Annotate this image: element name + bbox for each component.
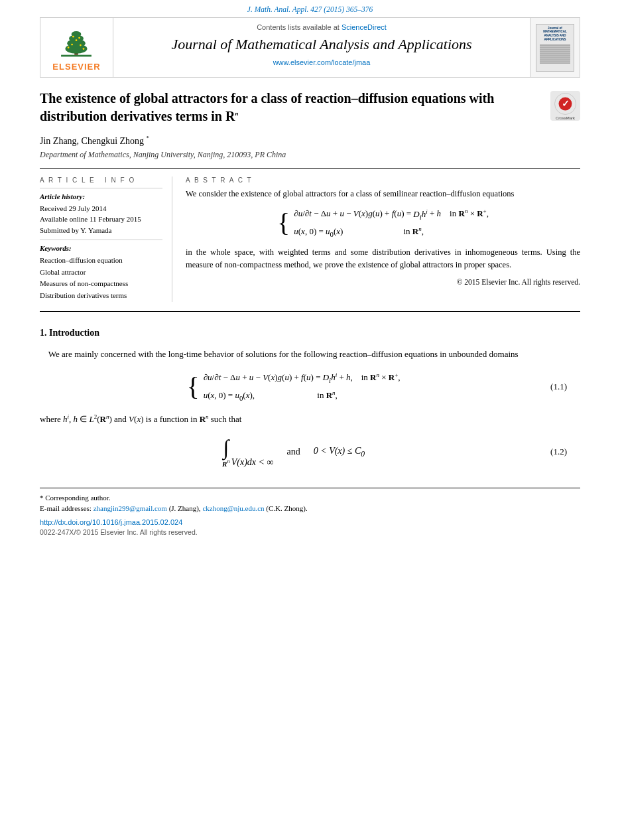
doi-link[interactable]: http://dx.doi.org/10.1016/j.jmaa.2015.02…: [40, 518, 580, 526]
paper-title: The existence of global attractors for a…: [40, 90, 580, 125]
journal-header: ELSEVIER Contents lists available at Sci…: [40, 17, 580, 78]
where-paragraph: where hi, h ∈ L2(Rn) and V(x) is a funct…: [40, 413, 580, 426]
received-date: Received 29 July 2014: [40, 203, 162, 214]
article-info-header: A R T I C L E I N F O: [40, 176, 162, 184]
crossmark-icon: ✓: [554, 92, 577, 115]
eq-number-1-2: (1.2): [534, 447, 567, 457]
section-divider: [40, 311, 580, 312]
sciencedirect-link[interactable]: ScienceDirect: [341, 23, 387, 31]
authors: Jin Zhang, Chengkui Zhong *: [40, 135, 580, 147]
elsevier-logo: ELSEVIER: [52, 23, 100, 72]
keyword-4: Distribution derivatives terms: [40, 290, 162, 302]
keyword-2: Global attractor: [40, 267, 162, 279]
info-abstract-section: A R T I C L E I N F O Article history: R…: [40, 176, 580, 302]
svg-point-12: [79, 37, 81, 39]
issn-line: 0022-247X/© 2015 Elsevier Inc. All right…: [40, 528, 580, 536]
equation-1-1: { ∂u/∂t − Δu + u − V(x)g(u) + f(u) = Dih…: [40, 372, 580, 402]
main-content: ✓ CrossMark The existence of global attr…: [40, 90, 580, 536]
available-date: Available online 11 February 2015: [40, 214, 162, 225]
and-connector: and: [286, 447, 300, 457]
abstract-column: A B S T R A C T We consider the existenc…: [186, 176, 580, 302]
journal-title: Journal of Mathematical Analysis and App…: [171, 36, 471, 53]
footnote-area: * Corresponding author. E-mail addresses…: [40, 488, 580, 536]
journal-thumbnail-area: Journal ofMATHEMATICALANALYSIS ANDAPPLIC…: [530, 18, 580, 77]
journal-thumbnail: Journal ofMATHEMATICALANALYSIS ANDAPPLIC…: [536, 24, 574, 72]
email-footnote: E-mail addresses: zhangjin299@gmail.com …: [40, 503, 580, 514]
intro-paragraph-1: We are mainly concerned with the long-ti…: [40, 348, 580, 361]
abstract-eq-line1: ∂u/∂t − Δu + u − V(x)g(u) + f(u) = Dihi …: [294, 208, 489, 220]
crossmark-badge[interactable]: ✓ CrossMark: [550, 91, 580, 121]
article-info-column: A R T I C L E I N F O Article history: R…: [40, 176, 172, 302]
elsevier-tree-icon: [53, 23, 99, 60]
journal-url[interactable]: www.elsevier.com/locate/jmaa: [273, 58, 371, 66]
svg-text:✓: ✓: [562, 98, 570, 109]
journal-header-center: Contents lists available at ScienceDirec…: [113, 18, 530, 77]
svg-point-9: [83, 48, 85, 50]
keywords-section: Keywords: Reaction–diffusion equation Gl…: [40, 244, 162, 301]
email-zhang[interactable]: zhangjin299@gmail.com: [93, 504, 167, 512]
abstract-eq-line2: u(x, 0) = u0(x) in Rn,: [294, 226, 489, 238]
copyright-notice: © 2015 Elsevier Inc. All rights reserved…: [186, 278, 580, 286]
eq11-line1: ∂u/∂t − Δu + u − V(x)g(u) + f(u) = Dihi …: [204, 372, 401, 384]
section-1-heading: 1. Introduction: [40, 328, 580, 338]
svg-point-7: [72, 44, 74, 46]
elsevier-name: ELSEVIER: [52, 62, 100, 72]
corresponding-author-note: * Corresponding author.: [40, 492, 580, 504]
journal-ref-text: J. Math. Anal. Appl. 427 (2015) 365–376: [247, 5, 373, 13]
journal-reference: J. Math. Anal. Appl. 427 (2015) 365–376: [0, 0, 620, 17]
email-zhong[interactable]: ckzhong@nju.edu.cn: [202, 504, 264, 512]
svg-point-10: [76, 39, 78, 41]
eq-number-1-1: (1.1): [534, 382, 567, 392]
abstract-text-intro: We consider the existence of global attr…: [186, 188, 580, 200]
article-history-label: Article history:: [40, 192, 162, 200]
header-divider: [40, 168, 580, 169]
equation-1-2: ∫ Rn V(x)dx < ∞ and 0 < V(x) ≤ C0 (1.2): [40, 437, 580, 468]
abstract-text-body: in the whole space, with weighted terms …: [186, 246, 580, 271]
svg-point-11: [73, 36, 75, 38]
eq11-line2: u(x, 0) = u0(x), in Rn,: [204, 389, 401, 402]
keyword-1: Reaction–diffusion equation: [40, 255, 162, 267]
contents-line: Contents lists available at ScienceDirec…: [257, 23, 387, 31]
elsevier-logo-area: ELSEVIER: [40, 18, 113, 77]
keyword-3: Measures of non-compactness: [40, 278, 162, 290]
abstract-equation: { ∂u/∂t − Δu + u − V(x)g(u) + f(u) = Dih…: [186, 208, 580, 238]
svg-point-6: [68, 46, 70, 48]
submitted-by: Submitted by Y. Yamada: [40, 225, 162, 236]
svg-point-8: [80, 44, 82, 46]
affiliation: Department of Mathematics, Nanjing Unive…: [40, 150, 580, 160]
abstract-header: A B S T R A C T: [186, 176, 580, 184]
svg-rect-0: [62, 55, 92, 57]
keywords-label: Keywords:: [40, 244, 162, 252]
